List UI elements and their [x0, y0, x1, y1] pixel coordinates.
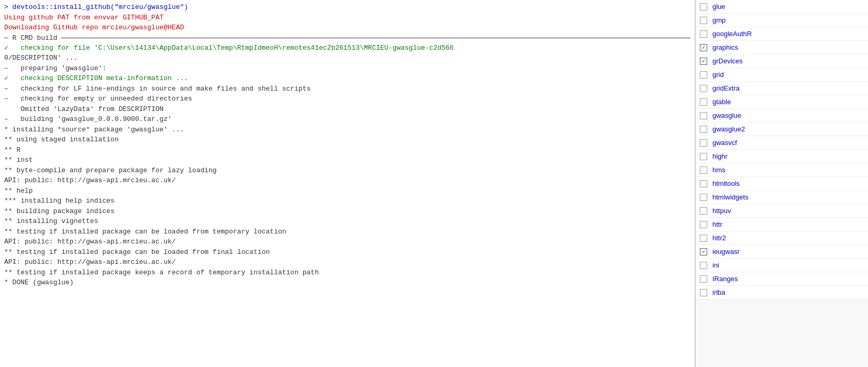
package-name[interactable]: gwasvcf — [712, 139, 737, 147]
package-name[interactable]: httr — [712, 220, 722, 228]
console-line: Using github PAT from envvar GITHUB_PAT — [4, 13, 690, 23]
console-line: Downloading GitHub repo mrcieu/gwasglue@… — [4, 23, 690, 33]
package-checkbox[interactable] — [700, 112, 707, 119]
console-line: – checking for empty or unneeded directo… — [4, 94, 690, 104]
package-name[interactable]: gmp — [712, 16, 726, 24]
package-checkbox[interactable] — [700, 248, 707, 255]
package-name[interactable]: graphics — [712, 43, 738, 51]
console-line: – checking for LF line-endings in source… — [4, 84, 690, 94]
package-checkbox[interactable] — [700, 153, 707, 160]
console-line: ** help — [4, 186, 690, 196]
console-line: ** testing if installed package can be l… — [4, 247, 690, 258]
console-line: * DONE (gwasglue) — [4, 277, 690, 288]
package-item[interactable]: gwasvcf — [696, 136, 868, 150]
console-line: Omitted 'LazyData' from DESCRIPTION — [4, 104, 690, 115]
console-line: ✓ checking for file 'C:\Users\14134\AppD… — [4, 43, 690, 53]
package-name[interactable]: htmlwidgets — [712, 193, 749, 201]
package-checkbox[interactable] — [700, 71, 707, 79]
console-line: > devtools::install_github("mrcieu/gwasg… — [4, 2, 690, 13]
package-item[interactable]: httr — [696, 218, 868, 231]
package-item[interactable]: grDevices — [696, 54, 868, 68]
console-line: *** installing help indices — [4, 196, 690, 206]
package-name[interactable]: gtable — [712, 98, 731, 106]
package-checkbox[interactable] — [700, 17, 707, 24]
package-name[interactable]: htmltools — [712, 180, 740, 187]
package-item[interactable]: irlba — [696, 286, 868, 299]
package-item[interactable]: httr2 — [696, 231, 868, 245]
console-line: API: public: http://gwas-api.mrcieu.ac.u… — [4, 175, 690, 186]
package-checkbox[interactable] — [700, 139, 707, 147]
console-line: ** testing if installed package keeps a … — [4, 268, 690, 278]
package-name[interactable]: httr2 — [712, 234, 726, 242]
console-line: ✓ checking DESCRIPTION meta-information … — [4, 73, 690, 84]
package-item[interactable]: htmltools — [696, 177, 868, 191]
package-item[interactable]: httpuv — [696, 204, 868, 218]
package-item[interactable]: googleAuthR — [696, 27, 868, 41]
package-name[interactable]: highr — [712, 152, 728, 160]
console-line: ** R — [4, 145, 690, 155]
package-checkbox[interactable] — [700, 180, 707, 187]
package-checkbox[interactable] — [700, 275, 707, 283]
console-line: ** installing vignettes — [4, 216, 690, 227]
package-item[interactable]: gwasglue — [696, 109, 868, 123]
package-item[interactable]: ini — [696, 259, 868, 272]
package-checkbox[interactable] — [700, 235, 707, 242]
package-item[interactable]: gwasglue2 — [696, 123, 868, 136]
package-item[interactable]: IRanges — [696, 272, 868, 286]
package-name[interactable]: ini — [712, 261, 719, 269]
package-name[interactable]: hms — [712, 166, 726, 174]
package-checkbox[interactable] — [700, 85, 707, 92]
console-line: ** inst — [4, 155, 690, 165]
package-item[interactable]: ieugwasr — [696, 245, 868, 259]
package-checkbox[interactable] — [700, 98, 707, 106]
package-checkbox[interactable] — [700, 30, 707, 38]
package-item[interactable]: gridExtra — [696, 82, 868, 95]
package-checkbox[interactable] — [700, 3, 707, 10]
console-line: API: public: http://gwas-api.mrcieu.ac.u… — [4, 257, 690, 268]
package-checkbox[interactable] — [700, 126, 707, 133]
package-name[interactable]: gwasglue — [712, 112, 741, 119]
package-name[interactable]: irlba — [712, 288, 726, 296]
package-name[interactable]: grDevices — [712, 57, 743, 65]
package-name[interactable]: gwasglue2 — [712, 125, 745, 133]
package-item[interactable]: glue — [696, 0, 868, 14]
package-item[interactable]: hms — [696, 163, 868, 177]
package-checkbox[interactable] — [700, 207, 707, 215]
package-item[interactable]: graphics — [696, 41, 868, 54]
package-checkbox[interactable] — [700, 58, 707, 65]
package-name[interactable]: googleAuthR — [712, 30, 752, 38]
console-line: 0/DESCRIPTION' ... — [4, 53, 690, 63]
package-checkbox[interactable] — [700, 221, 707, 228]
package-checkbox[interactable] — [700, 194, 707, 201]
package-checkbox[interactable] — [700, 262, 707, 269]
package-name[interactable]: grid — [712, 71, 724, 79]
package-checkbox[interactable] — [700, 166, 707, 174]
package-item[interactable]: highr — [696, 150, 868, 163]
package-checkbox[interactable] — [700, 289, 707, 296]
package-item[interactable]: gtable — [696, 95, 868, 109]
console-line: ** building package indices — [4, 206, 690, 217]
console-line: * installing *source* package 'gwasglue'… — [4, 125, 690, 135]
console-line: ** testing if installed package can be l… — [4, 227, 690, 237]
console-line: – building 'gwasglue_0.0.0.9000.tar.gz' — [4, 114, 690, 125]
package-checkbox[interactable] — [700, 44, 707, 51]
console-panel: > devtools::install_github("mrcieu/gwasg… — [0, 0, 695, 367]
package-list-panel: gluegmpgoogleAuthRgraphicsgrDevicesgridg… — [695, 0, 868, 367]
package-name[interactable]: IRanges — [712, 275, 738, 283]
console-line: ** using staged installation — [4, 135, 690, 145]
package-item[interactable]: htmlwidgets — [696, 191, 868, 204]
console-line: ** byte-compile and prepare package for … — [4, 165, 690, 176]
package-name[interactable]: gridExtra — [712, 84, 740, 92]
package-item[interactable]: gmp — [696, 14, 868, 27]
package-name[interactable]: ieugwasr — [712, 248, 740, 255]
console-line: – preparing 'gwasglue': — [4, 63, 690, 74]
console-separator: — R CMD build — [4, 34, 690, 42]
package-name[interactable]: glue — [712, 3, 726, 10]
package-name[interactable]: httpuv — [712, 207, 731, 215]
console-line: API: public: http://gwas-api.mrcieu.ac.u… — [4, 237, 690, 247]
package-item[interactable]: grid — [696, 68, 868, 82]
